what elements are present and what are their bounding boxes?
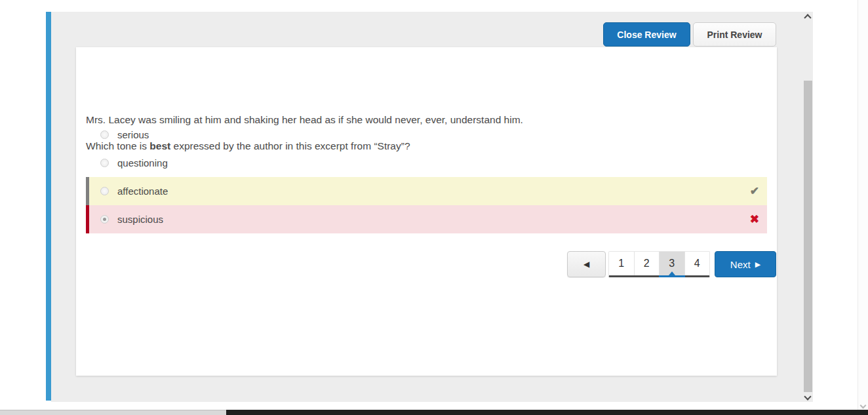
print-review-button[interactable]: Print Review [693,22,776,47]
option-serious[interactable]: serious [86,121,767,149]
option-label: serious [117,129,149,140]
quiz-review-page: Close Review Print Review Mrs. Lacey was… [0,0,868,415]
close-review-button[interactable]: Close Review [603,22,690,47]
accent-bar [46,12,51,401]
radio-selected-icon[interactable] [100,215,109,224]
option-questioning[interactable]: questioning [86,149,767,177]
next-page-button[interactable]: Next ▶ [715,251,776,277]
page-button-3-active[interactable]: 3 [660,252,685,275]
page-button-1[interactable]: 1 [609,252,635,275]
correct-check-icon: ✔ [750,184,767,198]
previous-page-button[interactable]: ◀ [567,251,606,277]
page-button-4[interactable]: 4 [685,252,710,275]
option-label: suspicious [117,214,163,225]
option-label: questioning [117,157,168,168]
option-affectionate-correct[interactable]: affectionate ✔ [86,177,767,205]
page-button-2[interactable]: 2 [635,252,660,275]
horizontal-scrollbar-thumb[interactable] [0,410,226,415]
radio-unselected-icon[interactable] [100,130,109,139]
radio-unselected-icon[interactable] [100,187,109,195]
horizontal-scrollbar-track[interactable] [0,410,868,415]
next-label: Next [730,259,751,270]
option-label: affectionate [117,186,168,197]
browser-scrollbar-track[interactable] [858,0,868,415]
options-list: serious questioning affectionate ✔ suspi… [86,121,767,233]
vertical-scrollbar-thumb[interactable] [804,81,812,392]
incorrect-cross-icon: ✖ [750,212,767,226]
right-arrow-icon: ▶ [755,260,760,269]
radio-unselected-icon[interactable] [100,159,109,167]
question-card: Mrs. Lacey was smiling at him and shakin… [76,47,777,376]
option-suspicious-incorrect[interactable]: suspicious ✖ [86,205,767,233]
page-number-group: 1 2 3 4 [608,251,710,277]
